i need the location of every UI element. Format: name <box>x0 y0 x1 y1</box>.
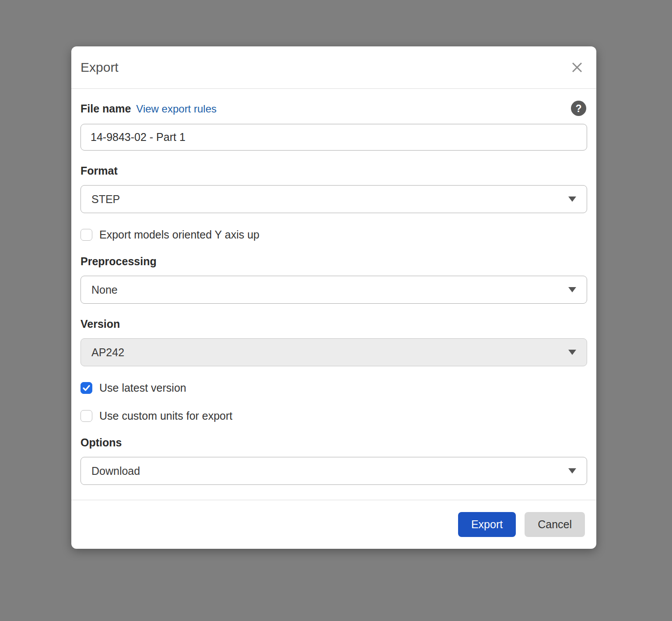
filename-input[interactable] <box>80 124 587 151</box>
options-label: Options <box>80 436 587 449</box>
custom-units-checkbox-row[interactable]: Use custom units for export <box>80 409 587 422</box>
close-icon <box>570 61 584 74</box>
chevron-down-icon <box>568 350 576 355</box>
format-select[interactable]: STEP <box>80 185 587 213</box>
version-label: Version <box>80 317 587 330</box>
filename-label-row: File name View export rules ? <box>80 102 587 116</box>
orient-y-axis-checkbox[interactable] <box>80 229 92 241</box>
chevron-down-icon <box>568 287 576 292</box>
chevron-down-icon <box>568 196 576 202</box>
preprocessing-label: Preprocessing <box>80 255 587 268</box>
custom-units-checkbox[interactable] <box>80 410 92 422</box>
checkmark-icon <box>82 384 91 392</box>
export-button[interactable]: Export <box>458 512 516 537</box>
use-latest-version-checkbox[interactable] <box>80 382 92 394</box>
format-select-value: STEP <box>91 193 120 206</box>
dialog-body: File name View export rules ? Format STE… <box>71 89 596 500</box>
version-select-value: AP242 <box>91 346 124 359</box>
view-export-rules-link[interactable]: View export rules <box>136 102 217 116</box>
export-dialog: Export File name View export rules ? For… <box>71 46 596 549</box>
dialog-title: Export <box>80 60 119 75</box>
close-button[interactable] <box>569 60 585 75</box>
help-icon[interactable]: ? <box>571 101 586 116</box>
version-select: AP242 <box>80 338 587 366</box>
cancel-button[interactable]: Cancel <box>525 512 585 537</box>
chevron-down-icon <box>568 468 576 474</box>
dialog-header: Export <box>71 46 596 89</box>
custom-units-label: Use custom units for export <box>99 409 232 422</box>
orient-y-axis-checkbox-row[interactable]: Export models oriented Y axis up <box>80 228 587 241</box>
orient-y-axis-label: Export models oriented Y axis up <box>99 228 259 241</box>
options-select-value: Download <box>91 465 140 477</box>
format-label: Format <box>80 164 587 177</box>
preprocessing-select[interactable]: None <box>80 276 587 304</box>
use-latest-version-checkbox-row[interactable]: Use latest version <box>80 381 587 394</box>
preprocessing-select-value: None <box>91 284 118 296</box>
use-latest-version-label: Use latest version <box>99 381 186 394</box>
options-select[interactable]: Download <box>80 457 587 485</box>
filename-label: File name <box>80 102 131 115</box>
dialog-footer: Export Cancel <box>71 500 596 549</box>
